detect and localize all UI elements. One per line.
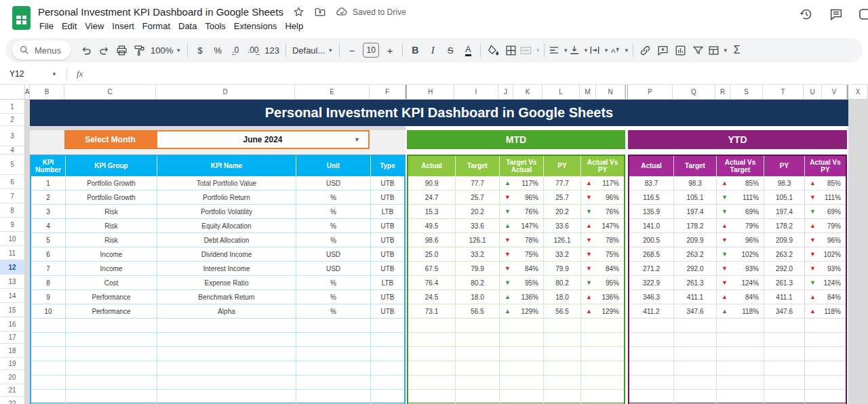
fill-color-button[interactable] (484, 41, 502, 59)
empty-cell[interactable] (456, 376, 500, 390)
ytd-actual-cell[interactable]: 322.9 (629, 276, 674, 290)
empty-cell[interactable] (764, 347, 805, 361)
name-box[interactable]: Y12 ▼ (0, 69, 62, 79)
functions-button[interactable]: Σ (728, 41, 746, 59)
empty-cell[interactable] (66, 361, 157, 376)
zoom-select[interactable]: 100%▼ (148, 41, 184, 59)
mtd-target-cell[interactable]: 33.6 (456, 219, 500, 233)
ytd-py-cell[interactable]: 347.6 (764, 304, 805, 319)
kpi-group-cell[interactable]: Cost (66, 276, 157, 290)
column-header-a[interactable]: A (25, 85, 30, 100)
ytd-actual-vs-target-cell[interactable]: ▼96% (717, 233, 764, 247)
column-header-c[interactable]: C (64, 85, 156, 100)
mtd-target-vs-actual-cell[interactable]: ▼96% (500, 190, 544, 205)
empty-cell[interactable] (717, 333, 764, 347)
mtd-actual-vs-py-cell[interactable]: ▲129% (581, 304, 624, 319)
ytd-py-cell[interactable]: 261.3 (764, 276, 805, 290)
empty-cell[interactable] (456, 333, 500, 347)
kpi-name-cell[interactable]: Expense Ratio (157, 276, 296, 290)
ytd-actual-vs-target-cell[interactable]: ▲118% (717, 304, 764, 319)
empty-cell[interactable] (764, 376, 805, 390)
row-header-2[interactable]: 2 (0, 114, 25, 126)
empty-cell[interactable] (500, 376, 544, 390)
mtd-actual-vs-py-cell[interactable]: ▼96% (581, 190, 624, 205)
mtd-actual-cell[interactable]: 25.0 (408, 247, 456, 262)
ytd-actual-vs-py-cell[interactable]: ▲79% (805, 219, 846, 233)
ytd-target-cell[interactable]: 178.2 (674, 219, 717, 233)
empty-cell[interactable] (66, 347, 157, 361)
mtd-target-cell[interactable]: 56.5 (456, 304, 500, 319)
ytd-actual-cell[interactable]: 271.2 (629, 262, 674, 276)
ytd-py-cell[interactable]: 178.2 (764, 219, 805, 233)
mtd-target-vs-actual-cell[interactable]: ▲147% (500, 219, 544, 233)
empty-cell[interactable] (371, 333, 404, 347)
empty-cell[interactable] (31, 347, 66, 361)
mtd-target-vs-actual-cell[interactable]: ▼75% (500, 247, 544, 262)
empty-cell[interactable] (717, 361, 764, 376)
ytd-py-cell[interactable]: 263.2 (764, 247, 805, 262)
kpi-name-cell[interactable]: Interest Income (157, 262, 296, 276)
empty-cell[interactable] (31, 333, 66, 347)
kpi-group-cell[interactable]: Risk (66, 219, 157, 233)
column-header-l[interactable]: L (542, 85, 580, 100)
ytd-actual-vs-target-cell[interactable]: ▲84% (717, 290, 764, 304)
kpi-group-cell[interactable]: Risk (66, 205, 157, 219)
ytd-actual-cell[interactable]: 200.5 (629, 233, 674, 247)
mtd-target-cell[interactable]: 79.9 (456, 262, 500, 276)
mtd-target-vs-actual-cell[interactable]: ▼95% (500, 276, 544, 290)
kpi-group-cell[interactable]: Risk (66, 233, 157, 247)
kpi-group-cell[interactable]: Portfolio Growth (66, 190, 157, 205)
mtd-target-vs-actual-cell[interactable]: ▲136% (500, 290, 544, 304)
kpi-unit-cell[interactable]: USD (296, 262, 371, 276)
row-header-17[interactable]: 17 (0, 331, 25, 344)
mtd-actual-cell[interactable]: 90.9 (408, 176, 456, 190)
print-button[interactable] (113, 41, 130, 59)
dashboard-banner[interactable]: Personal Investment KPI Dashboard in Goo… (30, 100, 848, 126)
column-header-i[interactable]: I (454, 85, 498, 100)
increase-decimal-button[interactable]: .00→ (244, 41, 262, 59)
empty-cell[interactable] (371, 347, 404, 361)
empty-cell[interactable] (764, 390, 805, 404)
mtd-actual-cell[interactable]: 49.5 (408, 219, 456, 233)
empty-cell[interactable] (544, 333, 581, 347)
text-rotation-button[interactable]: A ▼ (609, 41, 629, 59)
redo-button[interactable] (95, 41, 113, 59)
empty-cell[interactable] (157, 376, 296, 390)
mtd-actual-cell[interactable]: 24.5 (408, 290, 456, 304)
row-header-13[interactable]: 13 (0, 275, 25, 289)
borders-button[interactable] (502, 41, 519, 59)
row-header-14[interactable]: 14 (0, 289, 25, 303)
ytd-actual-cell[interactable]: 268.5 (629, 247, 674, 262)
ytd-py-cell[interactable]: 292.0 (764, 262, 805, 276)
ytd-target-cell[interactable]: 98.3 (674, 176, 717, 190)
kpi-type-cell[interactable]: UTB (371, 290, 404, 304)
row-header-15[interactable]: 15 (0, 303, 25, 317)
empty-cell[interactable] (408, 333, 456, 347)
row-header-6[interactable]: 6 (0, 175, 25, 189)
kpi-type-cell[interactable]: LTB (371, 276, 404, 290)
more-formats-button[interactable]: 123 (262, 41, 282, 59)
mtd-target-vs-actual-cell[interactable]: ▼76% (500, 205, 544, 219)
column-header-m[interactable]: M (580, 85, 596, 100)
column-header-q[interactable]: Q (673, 85, 715, 100)
ytd-actual-vs-py-cell[interactable]: ▲84% (805, 290, 846, 304)
mtd-actual-vs-py-cell[interactable]: ▼78% (581, 233, 624, 247)
ytd-actual-vs-target-cell[interactable]: ▼102% (717, 247, 764, 262)
empty-cell[interactable] (764, 361, 805, 376)
empty-cell[interactable] (66, 319, 157, 333)
mtd-target-cell[interactable]: 77.7 (456, 176, 500, 190)
font-select[interactable]: Defaul...▼ (290, 41, 336, 59)
empty-cell[interactable] (629, 347, 674, 361)
empty-cell[interactable] (500, 347, 544, 361)
column-header-j[interactable]: J (498, 85, 513, 100)
kpi-number-cell[interactable]: 5 (31, 233, 66, 247)
kpi-number-cell[interactable]: 3 (31, 205, 66, 219)
menu-format[interactable]: Format (138, 20, 174, 33)
empty-cell[interactable] (456, 361, 500, 376)
kpi-number-cell[interactable]: 2 (31, 190, 66, 205)
empty-cell[interactable] (408, 361, 456, 376)
kpi-unit-cell[interactable]: % (296, 290, 371, 304)
column-header-x[interactable]: X (848, 85, 868, 100)
format-currency-button[interactable]: $ (191, 41, 209, 59)
kpi-type-cell[interactable]: UTB (371, 304, 404, 319)
